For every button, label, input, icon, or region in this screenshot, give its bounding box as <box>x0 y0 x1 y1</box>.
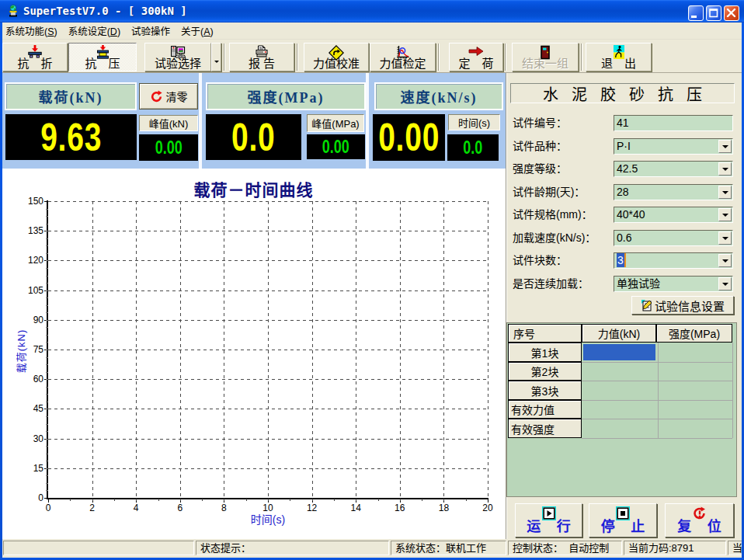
chevron-down-icon <box>722 168 728 171</box>
grid-line <box>466 499 467 501</box>
menu-about[interactable]: 关于(A) <box>181 23 214 38</box>
table-row-header[interactable]: 第1块 <box>508 343 582 362</box>
table-row-header[interactable]: 有效力值 <box>508 400 582 419</box>
combo-arrow-button[interactable] <box>718 254 732 267</box>
menu-item-text: ) <box>117 26 120 37</box>
table-row-header[interactable]: 第2块 <box>508 362 582 381</box>
combo-arrow-button[interactable] <box>718 162 732 176</box>
end-group-button[interactable]: 结束一组 <box>512 43 579 71</box>
exit-button[interactable]: 退 出 <box>586 43 652 71</box>
grid-line <box>180 201 181 498</box>
test-info-settings-button[interactable]: 试验信息设置 <box>631 296 734 315</box>
grid-line <box>378 499 379 501</box>
maximize-button[interactable] <box>706 5 721 21</box>
grid-line <box>582 400 732 401</box>
test-select-dropdown[interactable] <box>211 43 221 71</box>
stop-button[interactable]: 停 止 <box>589 503 657 537</box>
display-value-text: 9.63 <box>40 115 102 160</box>
grid-line <box>92 499 93 501</box>
strength-display-title: 强度(MPa) <box>206 82 366 110</box>
toolbar-button-label: 报 告 <box>230 57 294 69</box>
specimen-count-combo[interactable]: 3 <box>614 252 733 269</box>
specimen-age-combo[interactable]: 28 <box>614 184 733 200</box>
grid-line <box>136 201 137 498</box>
minimize-button[interactable] <box>688 5 704 21</box>
menu-system-settings[interactable]: 系统设定(D) <box>68 23 120 38</box>
continuous-load-label: 是否连续加载： <box>513 276 589 292</box>
grid-line <box>46 483 48 484</box>
strength-grade-combo[interactable]: 42.5 <box>614 161 733 177</box>
grid-line <box>224 201 224 498</box>
load-peak-label: 峰值(kN) <box>139 115 198 131</box>
grid-line <box>268 201 269 498</box>
peak-label-text: 峰值(MPa) <box>311 116 359 130</box>
load-speed-combo[interactable]: 0.6 <box>614 230 733 246</box>
grid-line <box>46 209 48 210</box>
toolbar-separator <box>581 43 582 71</box>
menu-system-function[interactable]: 系统功能(S) <box>5 23 57 38</box>
display-title-text: 载荷(kN) <box>39 86 103 106</box>
toolbar-button-label: 力值检定 <box>370 57 435 69</box>
tick-label: 105 <box>20 285 43 296</box>
grid-line <box>290 499 290 501</box>
continuous-load-combo[interactable]: 单独试验 <box>614 276 733 292</box>
force-calibrate-button[interactable]: 力值校准 <box>304 43 369 71</box>
test-select-button[interactable]: 试验选择 <box>144 43 211 71</box>
strength-value-display: 0.0 <box>206 114 301 160</box>
display-value-text: 0.00 <box>378 115 440 160</box>
grid-line <box>46 216 48 217</box>
specimen-type-combo[interactable]: P·I <box>614 138 733 155</box>
table-row-header[interactable]: 有效强度 <box>508 419 582 438</box>
combo-arrow-button[interactable] <box>718 140 732 153</box>
clear-icon <box>150 90 163 103</box>
clear-button[interactable]: 清零 <box>139 83 198 110</box>
hold-load-button[interactable]: 定 荷 <box>449 43 503 71</box>
menu-bar: 系统功能(S) 系统设定(D) 试验操作 关于(A) <box>2 23 742 40</box>
run-button[interactable]: 运 行 <box>515 503 582 537</box>
combo-arrow-button[interactable] <box>718 277 732 290</box>
peak-value-text: 0.00 <box>322 136 349 158</box>
selected-cell[interactable] <box>583 344 655 360</box>
specimen-type-label: 试件品种： <box>513 138 567 155</box>
grid-line <box>246 499 247 501</box>
toolbar-separator <box>224 43 225 71</box>
specimen-size-label: 试件规格(mm)： <box>513 207 593 223</box>
toolbar-separator <box>297 43 298 71</box>
settings-button-label: 试验信息设置 <box>655 297 725 314</box>
toolbar-button-label: 试验选择 <box>145 57 210 69</box>
specimen-id-label: 试件编号： <box>513 115 567 131</box>
compression-test-button[interactable]: 抗 压 <box>68 43 137 71</box>
form-title: 水泥胶砂抗压 <box>510 83 735 103</box>
run-button-label: 运 行 <box>516 515 582 535</box>
reset-button[interactable]: 复 位 <box>665 503 734 537</box>
menu-test-operation[interactable]: 试验操作 <box>131 23 170 38</box>
toolbar-button-label: 退 出 <box>586 57 651 69</box>
menu-item-text: ) <box>210 26 214 37</box>
table-header-strength: 强度(MPa) <box>656 324 732 343</box>
report-button[interactable]: 报 告 <box>229 43 294 71</box>
specimen-size-combo[interactable]: 40*40 <box>614 207 733 223</box>
load-peak-display: 0.00 <box>139 134 198 161</box>
toolbar-separator <box>438 43 440 71</box>
grid-line <box>46 342 48 343</box>
combo-arrow-button[interactable] <box>718 186 732 199</box>
toolbar-separator <box>505 43 506 71</box>
specimen-id-input[interactable]: 41 <box>614 115 733 131</box>
peak-value-text: 0.0 <box>463 137 482 158</box>
force-verify-button[interactable]: 力值检定 <box>370 43 436 71</box>
combo-arrow-button[interactable] <box>718 208 732 221</box>
stop-button-label: 停 止 <box>589 515 656 535</box>
title-bar: SuperTestV7.0 - [ 300kN ] <box>0 0 744 23</box>
time-display: 0.0 <box>447 134 499 161</box>
chevron-down-icon <box>722 259 728 263</box>
table-row-header[interactable]: 第3块 <box>508 381 582 400</box>
tick-label: 150 <box>20 196 43 207</box>
grid-line <box>356 499 356 501</box>
flexure-test-button[interactable]: 抗 折 <box>2 43 68 71</box>
settings-icon <box>641 299 653 311</box>
close-button[interactable] <box>724 5 739 21</box>
grid-line <box>158 499 159 501</box>
combo-arrow-button[interactable] <box>718 231 732 245</box>
grid-line <box>46 364 48 365</box>
field-value-text: 42.5 <box>617 162 638 175</box>
